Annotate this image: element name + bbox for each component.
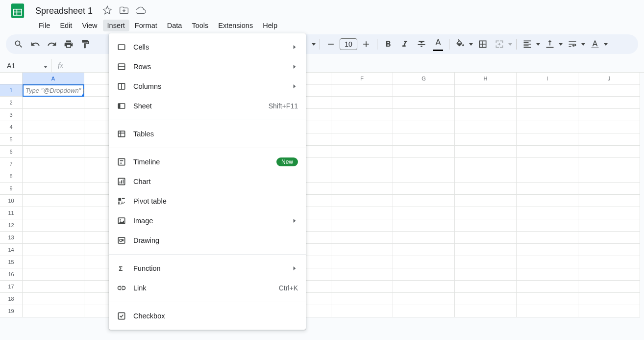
text-wrap-button[interactable] <box>565 36 586 52</box>
cell-G16[interactable] <box>393 268 455 281</box>
cell-G7[interactable] <box>393 158 455 170</box>
sheets-logo[interactable] <box>8 1 27 21</box>
row-header-13[interactable]: 13 <box>0 232 23 244</box>
menu-data[interactable]: Data <box>163 20 187 31</box>
cell-J2[interactable] <box>578 97 640 109</box>
cell-F12[interactable] <box>331 219 393 232</box>
cell-H11[interactable] <box>455 207 517 219</box>
cell-I11[interactable] <box>517 207 578 219</box>
cell-I9[interactable] <box>517 183 578 195</box>
cell-G17[interactable] <box>393 281 455 293</box>
cell-J8[interactable] <box>578 170 640 183</box>
cell-J6[interactable] <box>578 146 640 158</box>
cell-J16[interactable] <box>578 268 640 281</box>
cloud-status-icon[interactable] <box>136 5 146 17</box>
cell-A3[interactable] <box>23 109 84 121</box>
row-header-17[interactable]: 17 <box>0 281 23 293</box>
paint-format-button[interactable] <box>77 36 93 52</box>
cell-I7[interactable] <box>517 158 578 170</box>
cell-A11[interactable] <box>23 207 84 219</box>
font-dropdown-arrow-icon[interactable] <box>311 43 317 46</box>
row-header-6[interactable]: 6 <box>0 146 23 158</box>
cell-I15[interactable] <box>517 256 578 268</box>
col-header-F[interactable]: F <box>331 73 393 84</box>
row-header-8[interactable]: 8 <box>0 170 23 183</box>
increase-font-size-button[interactable] <box>358 36 374 52</box>
cell-I4[interactable] <box>517 121 578 133</box>
cell-A1[interactable]: Type "@Dropdown" to <box>23 84 84 97</box>
cell-A4[interactable] <box>23 121 84 133</box>
row-header-16[interactable]: 16 <box>0 268 23 281</box>
text-color-button[interactable] <box>430 36 446 52</box>
cell-J5[interactable] <box>578 133 640 146</box>
cell-I3[interactable] <box>517 109 578 121</box>
cell-A13[interactable] <box>23 232 84 244</box>
col-header-H[interactable]: H <box>455 73 517 84</box>
cell-A8[interactable] <box>23 170 84 183</box>
col-header-A[interactable]: A <box>23 73 84 84</box>
cell-H14[interactable] <box>455 244 517 256</box>
cell-I1[interactable] <box>517 84 578 97</box>
cell-F1[interactable] <box>331 84 393 97</box>
cell-A7[interactable] <box>23 158 84 170</box>
cell-A2[interactable] <box>23 97 84 109</box>
cell-J1[interactable] <box>578 84 640 97</box>
cell-I14[interactable] <box>517 244 578 256</box>
cell-G5[interactable] <box>393 133 455 146</box>
cell-A12[interactable] <box>23 219 84 232</box>
col-header-J[interactable]: J <box>578 73 640 84</box>
cell-A16[interactable] <box>23 268 84 281</box>
cell-J7[interactable] <box>578 158 640 170</box>
row-header-2[interactable]: 2 <box>0 97 23 109</box>
cell-G1[interactable] <box>393 84 455 97</box>
cell-J14[interactable] <box>578 244 640 256</box>
insert-menu-chart[interactable]: Chart <box>109 172 306 191</box>
cell-J11[interactable] <box>578 207 640 219</box>
cell-H9[interactable] <box>455 183 517 195</box>
menu-edit[interactable]: Edit <box>55 20 76 31</box>
cell-A9[interactable] <box>23 183 84 195</box>
cell-H6[interactable] <box>455 146 517 158</box>
cell-H15[interactable] <box>455 256 517 268</box>
cell-J18[interactable] <box>578 293 640 305</box>
col-header-I[interactable]: I <box>517 73 578 84</box>
cell-H4[interactable] <box>455 121 517 133</box>
cell-F8[interactable] <box>331 170 393 183</box>
cell-G14[interactable] <box>393 244 455 256</box>
insert-menu-sheet[interactable]: SheetShift+F11 <box>109 96 306 116</box>
cell-I2[interactable] <box>517 97 578 109</box>
insert-menu-tables[interactable]: Tables <box>109 124 306 144</box>
cell-J19[interactable] <box>578 305 640 317</box>
insert-menu-timeline[interactable]: TimelineNew <box>109 152 306 172</box>
cell-H3[interactable] <box>455 109 517 121</box>
row-header-9[interactable]: 9 <box>0 183 23 195</box>
cell-I6[interactable] <box>517 146 578 158</box>
cell-G18[interactable] <box>393 293 455 305</box>
insert-menu-rows[interactable]: Rows <box>109 57 306 77</box>
cell-H16[interactable] <box>455 268 517 281</box>
cell-F5[interactable] <box>331 133 393 146</box>
cell-G2[interactable] <box>393 97 455 109</box>
cell-A6[interactable] <box>23 146 84 158</box>
cell-H19[interactable] <box>455 305 517 317</box>
cell-I5[interactable] <box>517 133 578 146</box>
cell-H5[interactable] <box>455 133 517 146</box>
star-icon[interactable] <box>102 5 112 17</box>
doc-title[interactable]: Spreadsheet 1 <box>32 5 96 17</box>
print-button[interactable] <box>61 36 76 52</box>
col-header-G[interactable]: G <box>393 73 455 84</box>
cell-F7[interactable] <box>331 158 393 170</box>
cell-F13[interactable] <box>331 232 393 244</box>
cell-F15[interactable] <box>331 256 393 268</box>
cell-I12[interactable] <box>517 219 578 232</box>
cell-F9[interactable] <box>331 183 393 195</box>
cell-A19[interactable] <box>23 305 84 317</box>
cell-A15[interactable] <box>23 256 84 268</box>
cell-J4[interactable] <box>578 121 640 133</box>
search-menus-button[interactable] <box>11 36 26 52</box>
bold-button[interactable] <box>380 36 396 52</box>
cell-F19[interactable] <box>331 305 393 317</box>
font-size-input[interactable]: 10 <box>340 38 357 50</box>
insert-menu-image[interactable]: Image <box>109 211 306 231</box>
row-header-1[interactable]: 1 <box>0 84 23 97</box>
